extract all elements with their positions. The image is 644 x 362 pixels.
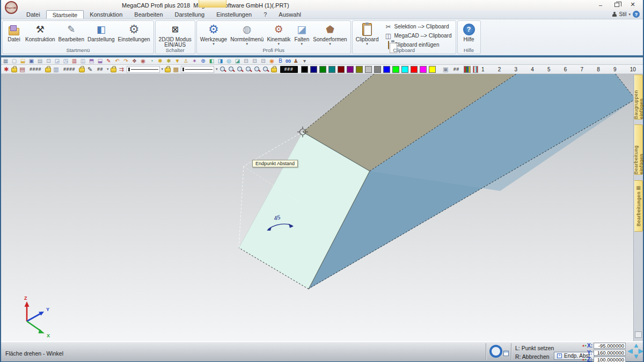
toolbar-lock-icon[interactable] bbox=[79, 68, 85, 72]
toolbar-new-doc-icon[interactable]: ▢ bbox=[11, 58, 18, 64]
toolbar-stamp-icon[interactable]: ❖ bbox=[131, 58, 138, 64]
color-swatch-13[interactable] bbox=[420, 66, 427, 73]
ribbon-button-bearbeiten[interactable]: ✎Bearbeiten bbox=[57, 22, 86, 49]
pan-left-icon[interactable]: ◀ bbox=[628, 348, 632, 354]
style-label[interactable]: Stil bbox=[619, 11, 627, 17]
toolbar-zoom-prev-icon[interactable] bbox=[237, 66, 244, 73]
toolbar-cylinder2-icon[interactable]: ⊟ bbox=[251, 58, 258, 64]
toolbar-zoom-all-icon[interactable] bbox=[262, 66, 269, 73]
toolbar-refresh-icon[interactable]: ◔ bbox=[148, 58, 155, 64]
hatch-style-button[interactable]: ### bbox=[280, 66, 298, 73]
color-swatch-14[interactable] bbox=[429, 66, 436, 73]
pan-right-icon[interactable]: ▶ bbox=[639, 348, 643, 354]
ribbon-button-sonderformen[interactable]: ⬟Sonderformen▾ bbox=[311, 22, 348, 49]
stripes-icon[interactable] bbox=[473, 66, 478, 73]
dropdown-caret-icon[interactable]: ▾ bbox=[301, 42, 303, 46]
toolbar-globe2-icon[interactable]: ◎ bbox=[225, 58, 232, 64]
toolbar-b-doc-icon[interactable]: B bbox=[277, 58, 284, 64]
ribbon-button-falten[interactable]: ◪Falten▾ bbox=[292, 22, 311, 49]
color-swatch-11[interactable] bbox=[401, 66, 408, 73]
toolbar-s-doc-icon[interactable]: ▤ bbox=[19, 66, 26, 72]
help-icon[interactable]: ? bbox=[633, 11, 640, 18]
toolbar-doc-icon[interactable]: ▥ bbox=[53, 66, 60, 72]
width-preset-4[interactable]: 4 bbox=[531, 67, 534, 72]
drawing-canvas[interactable]: 45 Z Y bbox=[1, 74, 633, 341]
pan-down-icon[interactable]: ▼ bbox=[633, 353, 639, 359]
color-swatch-10[interactable] bbox=[392, 66, 399, 73]
ribbon-button-clipboard[interactable]: Clipboard▾ bbox=[354, 22, 380, 49]
dropdown-caret-icon[interactable]: ▾ bbox=[278, 42, 280, 46]
tab-bearbeiten[interactable]: Bearbeiten bbox=[128, 10, 169, 19]
toolbar-grid-icon[interactable]: ▦ bbox=[2, 58, 9, 64]
toolbar-team-icon[interactable]: ♟ bbox=[292, 58, 299, 64]
toolbar-lock-icon[interactable] bbox=[111, 68, 116, 72]
tab-einstellungen[interactable]: Einstellungen bbox=[210, 10, 258, 19]
ribbon-item-megacad-clipboard[interactable]: ◫MegaCAD --> Clipboard bbox=[383, 31, 454, 40]
line-style-selector[interactable] bbox=[127, 66, 160, 73]
ribbon-button-darstellung[interactable]: ◧Darstellung bbox=[86, 22, 116, 49]
toolbar-globe-icon[interactable]: ⊕ bbox=[200, 58, 207, 64]
tab-darstellung[interactable]: Darstellung bbox=[169, 10, 211, 19]
toolbar-import-icon[interactable]: ⬒ bbox=[88, 58, 95, 64]
color-swatch-0[interactable] bbox=[301, 66, 308, 73]
x-coord-input[interactable]: -95.000000 bbox=[594, 343, 626, 349]
ribbon-button-werkzeuge[interactable]: ⚙Werkzeuge▾ bbox=[199, 22, 229, 49]
title-badge[interactable] bbox=[199, 0, 226, 8]
table-tool-icon[interactable] bbox=[503, 351, 509, 356]
tab-[interactable]: ? bbox=[258, 10, 273, 19]
toolbar-export-icon[interactable]: ⬓ bbox=[97, 58, 104, 64]
toolbar-plugin-icon[interactable]: ✶ bbox=[191, 58, 198, 64]
toolbar-doc-red-icon[interactable]: ▥ bbox=[71, 58, 78, 64]
side-tab-bearbeitungen[interactable]: ▦Bearbeitungen bbox=[634, 180, 643, 232]
tab-datei[interactable]: Datei bbox=[20, 10, 46, 19]
dropdown-caret-icon[interactable]: ▾ bbox=[246, 42, 248, 46]
color-swatch-6[interactable] bbox=[356, 66, 363, 73]
toolbar-lock-icon[interactable] bbox=[165, 68, 171, 72]
width-preset-6[interactable]: 6 bbox=[564, 67, 567, 72]
toolbar-preview-icon[interactable]: ⊡ bbox=[45, 58, 52, 64]
line-style-selector[interactable] bbox=[181, 66, 214, 73]
dropdown-caret-icon[interactable]: ▾ bbox=[329, 42, 331, 46]
toolbar-layer-icon[interactable]: ⇉ bbox=[118, 66, 125, 72]
color-swatch-12[interactable] bbox=[411, 66, 418, 73]
toolbar-zoom-in-icon[interactable] bbox=[245, 66, 252, 73]
toolbar-zoom-out-icon[interactable] bbox=[219, 66, 226, 73]
toolbar-cube-blue-icon[interactable]: ◨ bbox=[217, 58, 224, 64]
color-swatch-8[interactable] bbox=[374, 66, 381, 73]
width-preset-5[interactable]: 5 bbox=[547, 67, 551, 72]
strip-bottom-button[interactable] bbox=[635, 331, 642, 338]
y-coord-input[interactable]: 160.000000 bbox=[594, 350, 626, 356]
ribbon-item-selektion-clipboard[interactable]: ✂Selektion --> Clipboard bbox=[383, 22, 454, 31]
color-swatch-4[interactable] bbox=[338, 66, 345, 73]
toolbar-zoom-window-icon[interactable] bbox=[228, 66, 235, 73]
toolbar-zeros-icon[interactable]: 00 bbox=[286, 58, 291, 64]
restore-button[interactable] bbox=[609, 0, 625, 9]
toolbar-caret-icon[interactable]: ▾ bbox=[107, 67, 109, 71]
tab-startseite[interactable]: Startseite bbox=[46, 10, 84, 19]
toolbar-star-icon[interactable]: ✱ bbox=[157, 58, 164, 64]
minimize-button[interactable]: – bbox=[592, 0, 609, 9]
toolbar-lock-icon[interactable] bbox=[11, 68, 17, 72]
toolbar-lock-icon[interactable] bbox=[45, 68, 51, 72]
toolbar-star2-icon[interactable]: ✱ bbox=[165, 58, 172, 64]
toolbar-marker-icon[interactable]: ✱ bbox=[3, 66, 10, 72]
ribbon-button-kinematik[interactable]: ⚙Kinematik▾ bbox=[265, 22, 292, 49]
toolbar-open-folder-icon[interactable]: ⬓ bbox=[19, 58, 26, 64]
tab-auswahl[interactable]: Auswahl bbox=[273, 10, 307, 19]
toolbar-red-pen-icon[interactable]: ✎ bbox=[105, 58, 112, 64]
ribbon-button-einstellungen[interactable]: ⚙Einstellungen bbox=[116, 22, 152, 49]
color-swatch-2[interactable] bbox=[319, 66, 326, 73]
ribbon-button-hilfe[interactable]: ?Hilfe bbox=[459, 22, 479, 49]
tab-konstruktion[interactable]: Konstruktion bbox=[84, 10, 128, 19]
toolbar-save-icon[interactable]: ▣ bbox=[28, 58, 35, 64]
style-caret-icon[interactable]: ▾ bbox=[628, 12, 631, 17]
pan-tool-icon[interactable] bbox=[489, 345, 502, 358]
toolbar-pen-icon[interactable]: ✎ bbox=[86, 66, 93, 72]
user-icon[interactable] bbox=[612, 12, 617, 17]
width-preset-10[interactable]: 10 bbox=[630, 67, 636, 72]
toolbar-undo-icon[interactable]: ↶ bbox=[114, 58, 121, 64]
side-tab-bearbeitung-einfügen[interactable]: Bearbeitung einfügen bbox=[634, 124, 643, 175]
toolbar-copy-doc-icon[interactable]: ◫ bbox=[79, 58, 86, 64]
width-preset-9[interactable]: 9 bbox=[613, 67, 617, 72]
color-swatch-3[interactable] bbox=[328, 66, 335, 73]
